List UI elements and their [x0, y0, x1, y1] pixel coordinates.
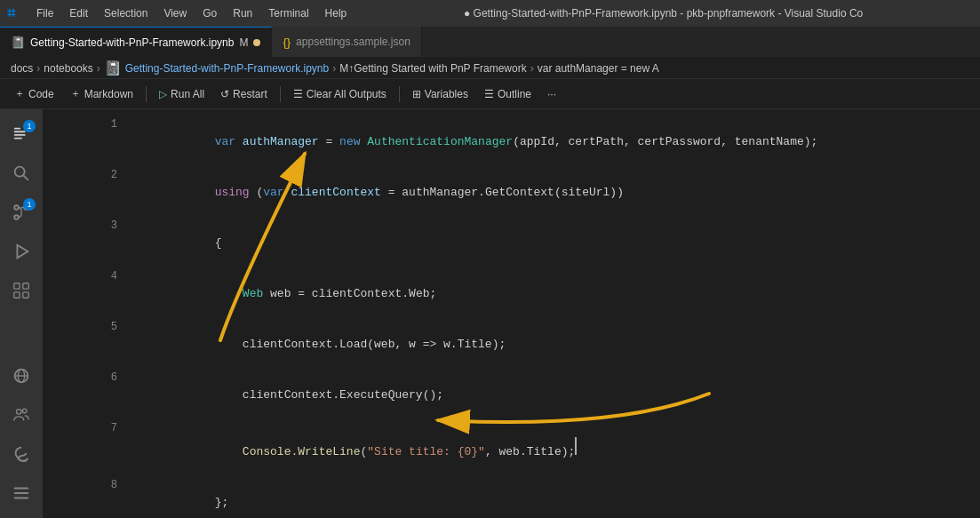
breadcrumb-sep-4: ›	[530, 62, 534, 75]
svg-rect-11	[14, 283, 20, 289]
menu-go[interactable]: Go	[195, 5, 224, 21]
line-content-3: {	[131, 218, 980, 268]
breadcrumb-notebooks[interactable]: notebooks	[44, 62, 92, 75]
activity-run-debug[interactable]	[4, 234, 39, 269]
code-line-3: 3 {	[43, 218, 980, 268]
window-title: ● Getting-Started-with-PnP-Framework.ipy…	[354, 7, 973, 20]
add-markdown-button[interactable]: ＋ Markdown	[63, 84, 140, 104]
line-number-7: 7	[96, 420, 117, 437]
line-content-5: clientContext.Load(web, w => w.Title);	[131, 319, 980, 370]
line-number-8: 8	[96, 477, 117, 494]
activity-bar: 1 1	[0, 109, 43, 518]
tab-modified-indicator: M	[239, 36, 248, 49]
line-content-1: var authManager = new AuthenticationMana…	[131, 116, 980, 167]
ellipsis-icon: ···	[547, 88, 556, 100]
activity-remote[interactable]	[4, 358, 39, 394]
breadcrumb-docs[interactable]: docs	[11, 62, 33, 75]
activity-explorer[interactable]: 1	[4, 116, 39, 152]
outline-button[interactable]: ☰ Outline	[477, 85, 538, 103]
svg-marker-10	[17, 245, 28, 259]
plus-markdown-icon: ＋	[70, 86, 81, 101]
breadcrumb-notebook[interactable]: Getting-Started-with-PnP-Framework.ipynb	[125, 62, 329, 75]
more-options-button[interactable]: ···	[540, 85, 563, 103]
line-number-2: 2	[96, 167, 117, 184]
text-cursor	[575, 437, 577, 455]
breadcrumb-section[interactable]: M↑Getting Started with PnP Framework	[339, 62, 527, 75]
menu-run[interactable]: Run	[226, 5, 259, 21]
activity-edge[interactable]	[4, 436, 39, 472]
code-line-7: 7 Console.WriteLine("Site title: {0}", w…	[43, 420, 980, 477]
code-line-2: 2 using (var clientContext = authManager…	[43, 167, 980, 218]
menu-file[interactable]: File	[29, 5, 60, 21]
menu-edit[interactable]: Edit	[62, 5, 95, 21]
line-content-8: };	[131, 477, 980, 518]
tab-unsaved-dot	[253, 39, 260, 46]
main-area: 1 1	[0, 109, 980, 518]
tab-json[interactable]: {} appsettings.sample.json	[272, 27, 421, 57]
vscode-icon: ⌗	[7, 5, 15, 21]
svg-rect-0	[14, 128, 20, 130]
line-number-5: 5	[96, 319, 117, 336]
activity-settings[interactable]	[4, 475, 39, 511]
svg-rect-20	[14, 488, 29, 490]
restart-icon: ↺	[220, 88, 229, 100]
plus-icon: ＋	[14, 86, 25, 101]
svg-rect-12	[23, 283, 28, 289]
activity-teams[interactable]	[4, 397, 39, 433]
code-line-5: 5 clientContext.Load(web, w => w.Title);	[43, 319, 980, 370]
notebook-file-icon: 📓	[11, 36, 25, 49]
tab-notebook[interactable]: 📓 Getting-Started-with-PnP-Framework.ipy…	[0, 27, 272, 57]
menu-help[interactable]: Help	[318, 5, 355, 21]
breadcrumb-sep-1: ›	[36, 62, 40, 75]
breadcrumb-file-icon: 📓	[104, 60, 122, 76]
svg-rect-2	[14, 134, 26, 136]
breadcrumb-sep-3: ›	[332, 62, 336, 75]
json-file-icon: {}	[283, 36, 291, 49]
menu-bar: File Edit Selection View Go Run Terminal…	[29, 5, 354, 21]
line-content-6: clientContext.ExecuteQuery();	[131, 370, 980, 420]
outline-icon: ☰	[484, 88, 494, 100]
line-number-6: 6	[96, 370, 117, 387]
breadcrumb-sep-2: ›	[97, 62, 100, 75]
menu-view[interactable]: View	[156, 5, 194, 21]
markdown-label: Markdown	[84, 88, 133, 100]
svg-rect-21	[14, 492, 29, 494]
code-label: Code	[28, 88, 54, 100]
add-code-button[interactable]: ＋ Code	[7, 84, 61, 104]
activity-extensions[interactable]	[4, 273, 39, 308]
notebook-toolbar: ＋ Code ＋ Markdown ▷ Run All ↺ Restart ☰ …	[0, 79, 980, 109]
code-line-1: 1 var authManager = new AuthenticationMa…	[43, 116, 980, 167]
svg-rect-22	[14, 498, 29, 499]
line-number-4: 4	[96, 268, 117, 285]
svg-rect-13	[14, 292, 20, 298]
line-number-3: 3	[96, 218, 117, 235]
svg-point-6	[14, 205, 19, 210]
code-cell: 1 var authManager = new AuthenticationMa…	[43, 116, 980, 518]
clear-outputs-label: Clear All Outputs	[307, 88, 386, 100]
menu-selection[interactable]: Selection	[97, 5, 155, 21]
clear-outputs-button[interactable]: ☰ Clear All Outputs	[286, 85, 394, 103]
restart-button[interactable]: ↺ Restart	[213, 85, 275, 103]
breadcrumb-code[interactable]: var authManager = new A	[538, 62, 659, 75]
line-content-4: Web web = clientContext.Web;	[131, 268, 980, 319]
svg-rect-1	[14, 131, 26, 132]
svg-point-18	[17, 410, 22, 415]
tab-bar: 📓 Getting-Started-with-PnP-Framework.ipy…	[0, 27, 980, 58]
activity-source-control[interactable]: 1	[4, 195, 39, 230]
run-all-icon: ▷	[159, 88, 167, 100]
editor-area: 1 var authManager = new AuthenticationMa…	[43, 109, 980, 518]
clear-icon: ☰	[293, 88, 303, 100]
activity-search[interactable]	[4, 155, 39, 191]
outline-label: Outline	[498, 88, 531, 100]
run-all-button[interactable]: ▷ Run All	[152, 85, 211, 103]
line-content-2: using (var clientContext = authManager.G…	[131, 167, 980, 218]
source-control-badge: 1	[23, 198, 36, 211]
toolbar-sep-2	[280, 86, 281, 102]
tab-json-label: appsettings.sample.json	[296, 36, 410, 48]
code-line-8: 8 };	[43, 477, 980, 518]
toolbar-sep-1	[146, 86, 147, 102]
menu-terminal[interactable]: Terminal	[261, 5, 315, 21]
variables-button[interactable]: ⊞ Variables	[405, 85, 475, 103]
notebook-content[interactable]: 1 var authManager = new AuthenticationMa…	[43, 109, 980, 518]
run-all-label: Run All	[171, 88, 204, 100]
